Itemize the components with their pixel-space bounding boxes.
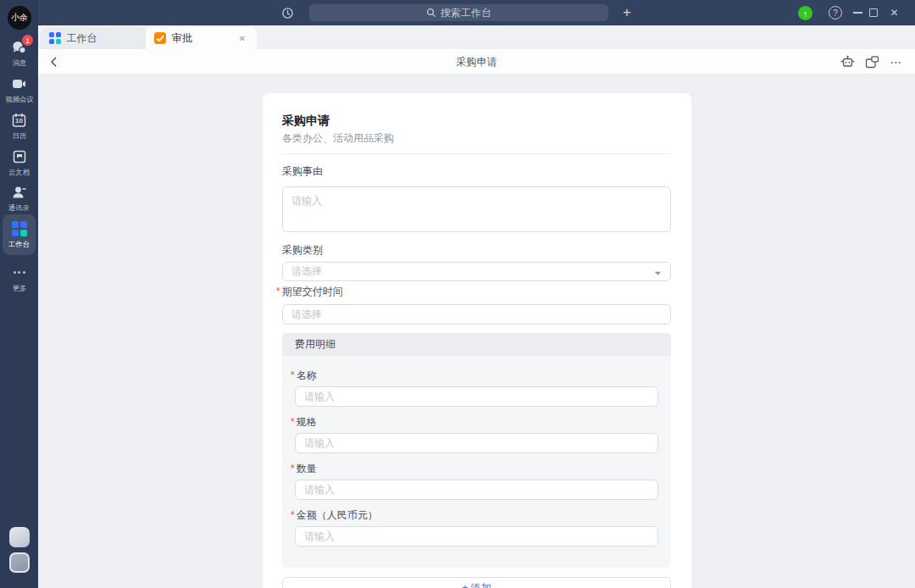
chevron-down-icon xyxy=(654,264,662,280)
sidebar-item-contacts[interactable]: 通讯录 xyxy=(0,184,38,214)
delivery-time-input[interactable] xyxy=(282,304,671,325)
video-icon xyxy=(11,75,27,92)
field-label-reason: 采购事由 xyxy=(282,166,671,176)
pinned-app-icon-1[interactable] xyxy=(9,527,30,547)
more-icon xyxy=(11,264,27,280)
amount-input[interactable] xyxy=(295,526,658,546)
field-label-category: 采购类别 xyxy=(282,245,671,255)
page-header: 采购申请 ⋯ xyxy=(38,49,915,75)
quantity-input[interactable] xyxy=(295,480,658,500)
maximize-icon[interactable] xyxy=(869,8,878,17)
help-icon[interactable]: ? xyxy=(829,6,842,19)
required-asterisk: * xyxy=(291,463,295,474)
sidebar-item-messages[interactable]: 1 消息 xyxy=(0,39,38,69)
name-input[interactable] xyxy=(295,386,658,407)
header-more-icon[interactable]: ⋯ xyxy=(889,54,904,69)
avatar[interactable]: 小余 xyxy=(8,6,31,30)
approval-icon xyxy=(154,32,166,44)
field-label-delivery-time: *期望交付时间 xyxy=(276,286,671,297)
form-subtitle: 各类办公、活动用品采购 xyxy=(282,131,671,145)
upgrade-icon[interactable]: ↑ xyxy=(798,6,812,20)
select-placeholder: 请选择 xyxy=(291,264,322,279)
required-asterisk: * xyxy=(291,416,295,428)
app-window: 搜索工作台 + ↑ ? ✕ 小余 1 消息 视频会议 10 xyxy=(0,0,915,588)
workbench-icon xyxy=(11,220,27,236)
calendar-day: 10 xyxy=(11,117,27,125)
tab-approval[interactable]: 审批 ✕ xyxy=(146,27,257,49)
pinned-app-icon-2[interactable] xyxy=(9,552,30,573)
field-label-amount: *金额（人民币元） xyxy=(291,510,658,520)
search-icon xyxy=(426,8,436,18)
required-asterisk: * xyxy=(291,509,295,521)
unread-badge: 1 xyxy=(22,35,33,46)
contacts-icon xyxy=(11,184,27,200)
sidebar-item-more[interactable]: 更多 xyxy=(0,264,38,294)
search-placeholder: 搜索工作台 xyxy=(441,6,491,20)
tab-bar: 工作台 审批 ✕ xyxy=(38,25,915,49)
sidebar-item-video-meeting[interactable]: 视频会议 xyxy=(0,75,38,105)
spec-input[interactable] xyxy=(295,433,658,453)
main-content: 采购申请 各类办公、活动用品采购 采购事由 采购类别 请选择 *期望交付时间 费… xyxy=(38,75,915,588)
back-icon[interactable] xyxy=(47,54,62,69)
approval-form-card: 采购申请 各类办公、活动用品采购 采购事由 采购类别 请选择 *期望交付时间 费… xyxy=(263,93,691,588)
docs-icon xyxy=(11,148,27,164)
workbench-icon xyxy=(49,32,61,44)
divider xyxy=(282,153,671,154)
minimize-icon[interactable] xyxy=(853,12,862,14)
open-in-window-icon[interactable] xyxy=(864,54,879,69)
category-select[interactable]: 请选择 xyxy=(282,262,671,281)
calendar-icon: 10 xyxy=(11,112,27,128)
title-bar: 搜索工作台 + ↑ ? ✕ xyxy=(0,0,915,25)
chat-icon: 1 xyxy=(11,39,27,55)
form-title: 采购申请 xyxy=(282,112,671,129)
sidebar-item-calendar[interactable]: 10 日历 xyxy=(0,112,38,141)
field-label-spec: *规格 xyxy=(291,417,658,427)
add-row-button[interactable]: + 添加 xyxy=(282,577,671,588)
page-title: 采购申请 xyxy=(38,49,915,75)
sidebar-item-workbench[interactable]: 工作台 xyxy=(3,214,36,255)
expense-detail-section: 费用明细 *名称 *规格 *数量 *金额（人民币元） xyxy=(282,333,671,568)
required-asterisk: * xyxy=(276,286,280,297)
required-asterisk: * xyxy=(291,369,295,381)
search-input[interactable]: 搜索工作台 xyxy=(309,4,608,21)
close-tab-icon[interactable]: ✕ xyxy=(236,32,248,44)
tab-workbench[interactable]: 工作台 xyxy=(41,27,146,49)
sidebar: 小余 1 消息 视频会议 10 日历 云文档 xyxy=(0,0,38,588)
tab-label: 工作台 xyxy=(67,31,97,46)
field-label-name: *名称 xyxy=(291,370,658,380)
reason-textarea[interactable] xyxy=(282,186,671,232)
section-title: 费用明细 xyxy=(282,333,671,356)
history-icon[interactable] xyxy=(280,6,295,20)
sidebar-item-docs[interactable]: 云文档 xyxy=(0,148,38,178)
field-label-quantity: *数量 xyxy=(291,463,658,474)
close-window-icon[interactable]: ✕ xyxy=(887,5,901,19)
new-tab-icon[interactable]: + xyxy=(616,2,638,24)
tab-label: 审批 xyxy=(172,31,192,46)
bot-icon[interactable] xyxy=(840,54,855,69)
